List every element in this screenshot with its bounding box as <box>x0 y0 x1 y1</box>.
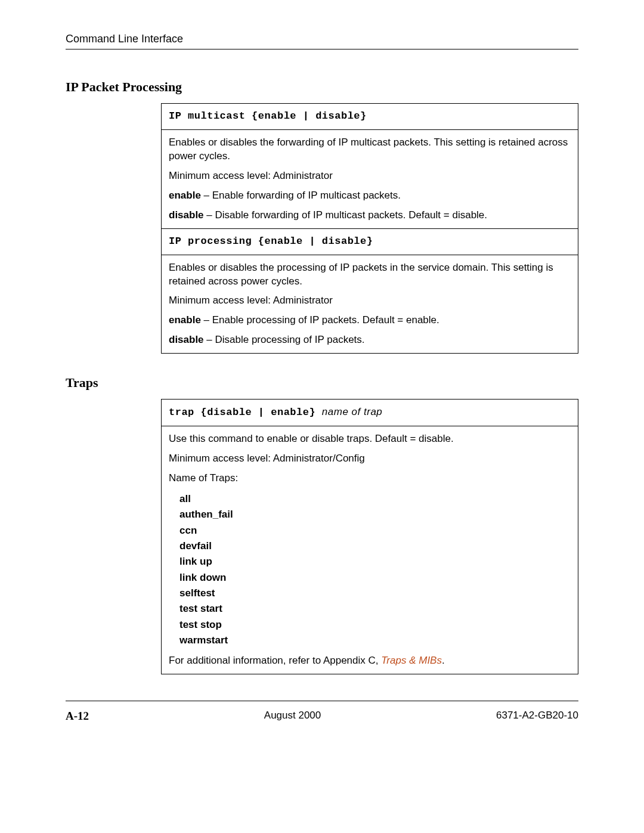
ip-processing-access: Minimum access level: Administrator <box>169 294 571 308</box>
ip-multicast-access: Minimum access level: Administrator <box>169 169 571 183</box>
page-number: A-12 <box>66 710 89 723</box>
page-footer: A-12 August 2000 6371-A2-GB20-10 <box>66 701 578 723</box>
traps-table: trap {disable | enable} name of trap Use… <box>161 399 578 674</box>
ip-processing-body: Enables or disables the processing of IP… <box>162 255 578 354</box>
trap-syntax: trap {disable | enable} name of trap <box>162 400 578 426</box>
trap-item: authen_fail <box>179 507 571 522</box>
trap-item: devfail <box>179 538 571 554</box>
trap-desc: Use this command to enable or disable tr… <box>169 432 571 446</box>
trap-item: test stop <box>179 617 571 633</box>
trap-access: Minimum access level: Administrator/Conf… <box>169 452 571 466</box>
ip-processing-desc: Enables or disables the processing of IP… <box>169 261 571 289</box>
ip-multicast-desc: Enables or disables the forwarding of IP… <box>169 136 571 163</box>
traps-mibs-link[interactable]: Traps & MIBs <box>381 655 442 666</box>
trap-item: link down <box>179 570 571 586</box>
ip-multicast-syntax: IP multicast {enable | disable} <box>162 104 578 130</box>
running-header: Command Line Interface <box>66 33 578 45</box>
trap-item: link up <box>179 554 571 569</box>
ip-multicast-body: Enables or disables the forwarding of IP… <box>162 129 578 228</box>
ip-processing-disable: disable – Disable processing of IP packe… <box>169 333 571 347</box>
trap-footnote: For additional information, refer to App… <box>169 654 571 668</box>
ip-multicast-disable: disable – Disable forwarding of IP multi… <box>169 209 571 222</box>
ip-multicast-enable: enable – Enable forwarding of IP multica… <box>169 189 571 203</box>
footer-docnum: 6371-A2-GB20-10 <box>496 710 578 723</box>
section-heading-traps: Traps <box>66 375 578 391</box>
trap-item: all <box>179 491 571 507</box>
trap-item: warmstart <box>179 633 571 648</box>
ip-processing-enable: enable – Enable processing of IP packets… <box>169 314 571 327</box>
trap-item: test start <box>179 601 571 617</box>
ip-packet-processing-table: IP multicast {enable | disable} Enables … <box>161 103 578 354</box>
trap-body: Use this command to enable or disable tr… <box>162 426 578 674</box>
trap-item: selftest <box>179 586 571 601</box>
trap-name-list: all authen_fail ccn devfail link up link… <box>179 491 571 648</box>
footer-date: August 2000 <box>264 710 321 723</box>
trap-list-label: Name of Traps: <box>169 472 571 485</box>
header-rule <box>66 49 578 49</box>
ip-processing-syntax: IP processing {enable | disable} <box>162 228 578 255</box>
section-heading-ip: IP Packet Processing <box>66 79 578 95</box>
trap-item: ccn <box>179 523 571 538</box>
